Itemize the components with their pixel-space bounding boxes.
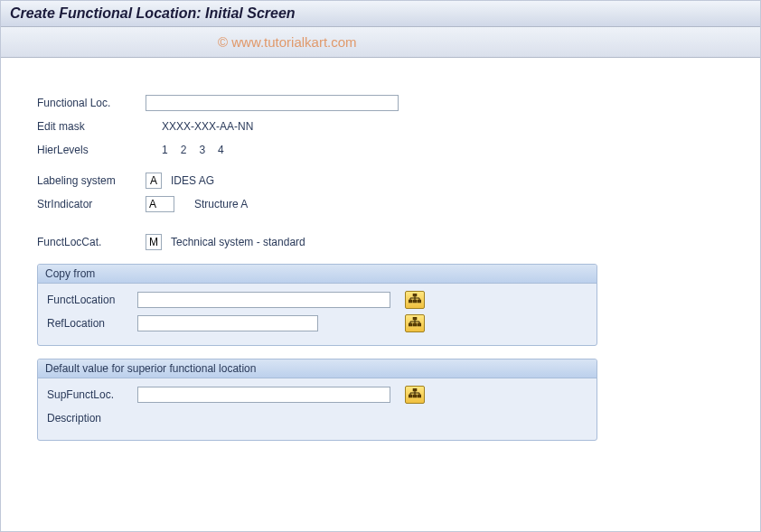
content-area: Functional Loc. Edit mask XXXX-XXX-AA-NN… xyxy=(1,58,760,459)
svg-rect-25 xyxy=(413,395,417,397)
funct-loc-cat-input[interactable] xyxy=(146,234,162,250)
row-description: Description xyxy=(38,409,587,427)
row-edit-mask: Edit mask XXXX-XXX-AA-NN xyxy=(37,117,724,135)
svg-rect-18 xyxy=(413,388,417,391)
row-funct-location: FunctLocation xyxy=(38,291,587,309)
svg-rect-26 xyxy=(418,395,421,397)
funct-location-label: FunctLocation xyxy=(38,294,137,306)
row-sup-funct-loc: SupFunctLoc. xyxy=(38,386,587,404)
funct-location-input[interactable] xyxy=(137,292,390,308)
row-labeling-system: Labeling system IDES AG xyxy=(37,172,724,190)
edit-mask-value: XXXX-XXX-AA-NN xyxy=(162,120,253,133)
svg-rect-15 xyxy=(409,323,412,326)
str-indicator-input[interactable] xyxy=(146,196,174,212)
svg-rect-24 xyxy=(409,395,412,397)
hierarchy-icon xyxy=(409,294,421,307)
labeling-system-label: Labeling system xyxy=(37,174,146,187)
str-indicator-label: StrIndicator xyxy=(37,198,146,210)
page-title: Create Functional Location: Initial Scre… xyxy=(10,5,296,21)
sup-funct-loc-structure-button[interactable] xyxy=(405,386,425,404)
sup-funct-loc-input[interactable] xyxy=(137,387,390,403)
watermark-text: © www.tutorialkart.com xyxy=(218,34,357,50)
group-default-value: Default value for superior functional lo… xyxy=(37,359,597,441)
hier-level-2: 2 xyxy=(181,144,187,156)
hierarchy-icon xyxy=(409,317,421,331)
svg-rect-0 xyxy=(413,294,417,296)
row-ref-location: RefLocation xyxy=(38,314,587,332)
str-indicator-desc: Structure A xyxy=(194,198,248,210)
ref-location-structure-button[interactable] xyxy=(405,314,425,332)
svg-rect-9 xyxy=(413,317,417,320)
row-str-indicator: StrIndicator Structure A xyxy=(37,195,724,213)
funct-loc-cat-label: FunctLocCat. xyxy=(37,236,146,248)
edit-mask-label: Edit mask xyxy=(37,120,146,133)
group-copy-from: Copy from FunctLocation RefLocation xyxy=(37,264,597,346)
labeling-system-desc: IDES AG xyxy=(171,174,214,187)
toolbar-strip: © www.tutorialkart.com xyxy=(1,27,760,58)
svg-rect-7 xyxy=(413,300,417,303)
group-default-value-title: Default value for superior functional lo… xyxy=(38,359,597,378)
svg-rect-8 xyxy=(418,300,421,303)
ref-location-input[interactable] xyxy=(137,315,318,331)
description-label: Description xyxy=(38,412,137,425)
hier-level-4: 4 xyxy=(218,144,224,156)
row-functional-loc: Functional Loc. xyxy=(37,94,724,112)
hier-level-1: 1 xyxy=(162,144,168,156)
ref-location-label: RefLocation xyxy=(38,317,137,330)
labeling-system-input[interactable] xyxy=(146,173,162,189)
functional-loc-label: Functional Loc. xyxy=(37,97,146,109)
svg-rect-16 xyxy=(413,323,417,326)
row-hier-levels: HierLevels 1 2 3 4 xyxy=(37,141,724,159)
group-copy-from-title: Copy from xyxy=(38,265,597,284)
hier-level-3: 3 xyxy=(199,144,205,156)
svg-rect-6 xyxy=(409,300,412,303)
row-funct-loc-cat: FunctLocCat. Technical system - standard xyxy=(37,233,724,251)
hier-levels-values: 1 2 3 4 xyxy=(162,144,224,156)
functional-loc-input[interactable] xyxy=(146,95,399,111)
sup-funct-loc-label: SupFunctLoc. xyxy=(38,388,137,401)
hier-levels-label: HierLevels xyxy=(37,144,146,156)
svg-rect-17 xyxy=(418,323,421,326)
window-title-bar: Create Functional Location: Initial Scre… xyxy=(1,1,760,27)
funct-location-structure-button[interactable] xyxy=(405,291,425,309)
hierarchy-icon xyxy=(409,388,421,402)
funct-loc-cat-desc: Technical system - standard xyxy=(171,236,305,248)
